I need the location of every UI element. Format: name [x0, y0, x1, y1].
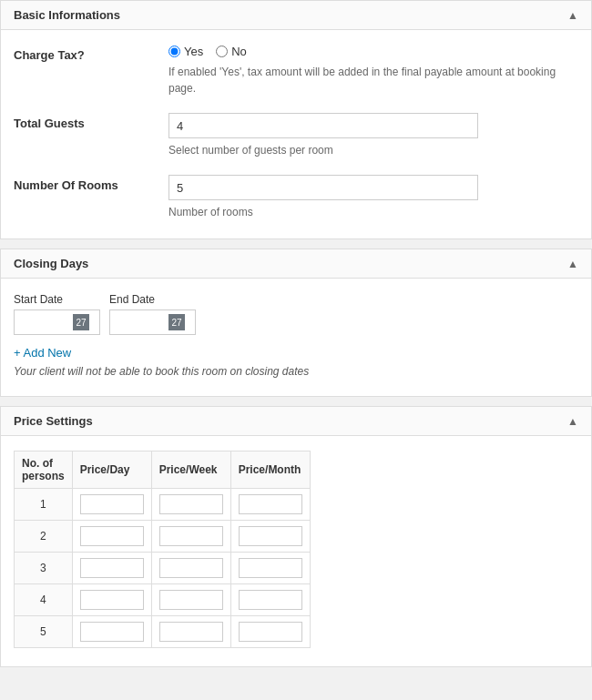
- closing-note: Your client will not be able to book thi…: [14, 365, 578, 378]
- price-input-priceDay-row1[interactable]: [80, 494, 144, 514]
- table-row: 3: [15, 553, 311, 584]
- cell-persons: 3: [15, 553, 73, 584]
- price-settings-header: Price Settings ▲: [1, 407, 591, 436]
- num-rooms-hint: Number of rooms: [168, 204, 578, 220]
- price-input-priceMonth-row4[interactable]: [239, 590, 302, 610]
- price-settings-title: Price Settings: [14, 414, 93, 428]
- table-row: 5: [15, 616, 311, 648]
- price-table-header-row: No. of persons Price/Day Price/Week Pric…: [15, 451, 311, 489]
- end-date-group: End Date 27: [109, 293, 196, 335]
- num-rooms-row: Number Of Rooms Number of rooms: [14, 175, 578, 220]
- price-input-priceDay-row5[interactable]: [80, 622, 144, 642]
- basic-info-header: Basic Informations ▲: [1, 1, 591, 30]
- closing-days-collapse-icon[interactable]: ▲: [567, 258, 578, 270]
- basic-info-collapse-icon[interactable]: ▲: [567, 9, 578, 22]
- charge-tax-radio-group: Yes No: [168, 45, 578, 58]
- price-settings-collapse-icon[interactable]: ▲: [567, 415, 578, 428]
- total-guests-input[interactable]: [168, 113, 478, 138]
- price-settings-body: No. of persons Price/Day Price/Week Pric…: [1, 436, 591, 666]
- cell-priceWeek: [151, 616, 230, 648]
- price-input-priceWeek-row5[interactable]: [159, 622, 223, 642]
- price-input-priceDay-row2[interactable]: [80, 526, 144, 546]
- price-input-priceWeek-row4[interactable]: [159, 590, 223, 610]
- end-date-label: End Date: [109, 293, 196, 306]
- basic-info-body: Charge Tax? Yes No If enabled 'Yes', tax…: [1, 30, 591, 238]
- charge-tax-field: Yes No If enabled 'Yes', tax amount will…: [168, 45, 578, 96]
- total-guests-field: Select number of guests per room: [168, 113, 578, 158]
- price-input-priceDay-row4[interactable]: [80, 590, 144, 610]
- price-input-priceMonth-row3[interactable]: [239, 558, 302, 578]
- price-input-priceWeek-row2[interactable]: [159, 526, 223, 546]
- cell-priceMonth: [230, 616, 310, 648]
- price-input-priceWeek-row3[interactable]: [159, 558, 223, 578]
- price-settings-section: Price Settings ▲ No. of persons Price/Da…: [0, 406, 592, 667]
- cell-priceWeek: [151, 489, 230, 521]
- col-persons: No. of persons: [15, 451, 73, 489]
- charge-tax-yes-option[interactable]: Yes: [168, 45, 203, 58]
- closing-days-header: Closing Days ▲: [1, 249, 591, 279]
- cell-priceWeek: [151, 553, 230, 584]
- table-row: 4: [15, 584, 311, 616]
- end-date-calendar-icon[interactable]: 27: [168, 314, 185, 330]
- cell-priceWeek: [151, 584, 230, 616]
- charge-tax-yes-radio[interactable]: [168, 46, 180, 57]
- start-date-calendar-icon[interactable]: 27: [73, 314, 89, 330]
- col-price-month: Price/Month: [230, 451, 310, 489]
- start-date-label: Start Date: [14, 293, 100, 306]
- cell-priceMonth: [230, 584, 310, 616]
- price-table: No. of persons Price/Day Price/Week Pric…: [14, 451, 311, 648]
- col-price-day: Price/Day: [72, 451, 151, 489]
- cell-persons: 4: [15, 584, 73, 616]
- cell-priceDay: [72, 521, 151, 553]
- closing-days-body: Start Date 27 End Date 27 + Add New Your…: [1, 279, 591, 396]
- price-input-priceWeek-row1[interactable]: [159, 494, 223, 514]
- price-input-priceMonth-row1[interactable]: [239, 494, 302, 514]
- cell-priceWeek: [151, 521, 230, 553]
- charge-tax-hint: If enabled 'Yes', tax amount will be add…: [168, 64, 578, 96]
- end-date-input[interactable]: [114, 316, 168, 329]
- cell-priceMonth: [230, 489, 310, 521]
- price-input-priceMonth-row5[interactable]: [239, 622, 302, 642]
- charge-tax-yes-label: Yes: [184, 45, 203, 58]
- start-date-group: Start Date 27: [14, 293, 100, 335]
- num-rooms-label: Number Of Rooms: [14, 175, 168, 192]
- total-guests-row: Total Guests Select number of guests per…: [14, 113, 578, 158]
- end-date-input-wrap: 27: [109, 309, 196, 335]
- charge-tax-row: Charge Tax? Yes No If enabled 'Yes', tax…: [14, 45, 578, 96]
- cell-priceDay: [72, 553, 151, 584]
- add-new-link[interactable]: + Add New: [14, 346, 71, 360]
- cell-persons: 2: [15, 521, 73, 553]
- charge-tax-no-radio[interactable]: [216, 46, 228, 57]
- charge-tax-no-label: No: [231, 45, 247, 58]
- cell-priceDay: [72, 489, 151, 521]
- basic-info-section: Basic Informations ▲ Charge Tax? Yes No …: [0, 0, 592, 239]
- closing-days-title: Closing Days: [14, 257, 88, 270]
- price-input-priceDay-row3[interactable]: [80, 558, 144, 578]
- cell-priceDay: [72, 616, 151, 648]
- table-row: 2: [15, 521, 311, 553]
- basic-info-title: Basic Informations: [14, 8, 120, 22]
- date-row: Start Date 27 End Date 27: [14, 293, 578, 335]
- start-date-input-wrap: 27: [14, 309, 100, 335]
- cell-persons: 1: [15, 489, 73, 521]
- cell-persons: 5: [15, 616, 73, 648]
- charge-tax-label: Charge Tax?: [14, 45, 168, 62]
- cell-priceMonth: [230, 521, 310, 553]
- table-row: 1: [15, 489, 311, 521]
- closing-days-section: Closing Days ▲ Start Date 27 End Date 27…: [0, 249, 592, 397]
- num-rooms-input[interactable]: [168, 175, 478, 200]
- start-date-input[interactable]: [18, 316, 73, 329]
- total-guests-label: Total Guests: [14, 113, 168, 130]
- num-rooms-field: Number of rooms: [168, 175, 578, 220]
- charge-tax-no-option[interactable]: No: [216, 45, 247, 58]
- cell-priceDay: [72, 584, 151, 616]
- price-input-priceMonth-row2[interactable]: [239, 526, 302, 546]
- cell-priceMonth: [230, 553, 310, 584]
- col-price-week: Price/Week: [151, 451, 230, 489]
- total-guests-hint: Select number of guests per room: [168, 142, 578, 158]
